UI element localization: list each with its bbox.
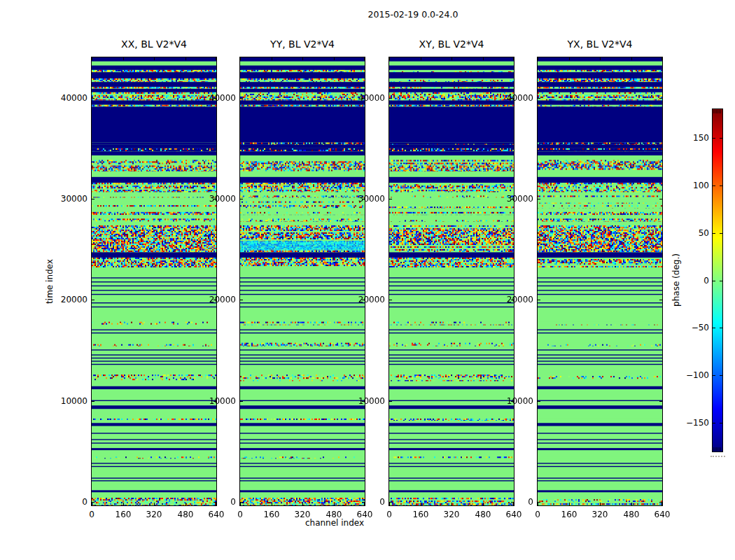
y-tick-label: 20000 [501, 294, 533, 305]
y-tick-label: 40000 [204, 92, 236, 104]
figure-title: 2015-02-19 0.0-24.0 [368, 9, 458, 20]
heatmap-canvas-yx [538, 57, 662, 505]
colorbar-tick-mark [720, 186, 722, 186]
heatmap-panel-xx [91, 57, 217, 506]
x-tick-label: 160 [554, 509, 584, 520]
y-tick-label: 20000 [353, 294, 385, 305]
x-tick-label: 0 [374, 509, 405, 520]
colorbar-tick-mark [720, 375, 722, 376]
x-tick-label: 0 [225, 509, 255, 520]
colorbar-tick-mark [713, 423, 715, 424]
y-tick-label: 30000 [501, 193, 533, 204]
colorbar-tick-mark [713, 375, 715, 376]
colorbar-tick-mark [713, 138, 715, 139]
y-tick-label: 20000 [204, 294, 236, 305]
panel-title-yx: YX, BL V2*V4 [537, 38, 663, 50]
colorbar-dotted-line [710, 456, 725, 457]
heatmap-panel-yy [239, 57, 365, 506]
colorbar-tick-mark [713, 328, 715, 328]
colorbar-tick-mark [713, 186, 715, 186]
colorbar-bottom-hatch-icon [713, 447, 721, 451]
colorbar-tick-label: −50 [679, 322, 709, 333]
x-tick-label: 480 [616, 509, 647, 520]
y-tick-label: 10000 [55, 396, 88, 407]
heatmap-canvas-yy [240, 57, 365, 505]
colorbar-tick-mark [713, 233, 715, 234]
y-tick-label: 0 [501, 496, 533, 507]
x-tick-label: 160 [256, 509, 287, 520]
heatmap-panel-yx [537, 57, 663, 506]
y-tick-label: 0 [353, 496, 385, 507]
y-axis-label: time index [45, 259, 55, 304]
colorbar-tick-label: −150 [679, 417, 709, 428]
x-tick-label: 0 [76, 509, 107, 520]
x-tick-label: 320 [287, 509, 318, 520]
heatmap-panel-xy [388, 57, 514, 506]
colorbar-tick-mark [720, 328, 722, 328]
x-tick-label: 480 [318, 509, 349, 520]
x-tick-label: 320 [436, 509, 467, 520]
y-tick-label: 10000 [501, 396, 533, 407]
x-tick-label: 320 [139, 509, 169, 520]
x-tick-label: 480 [468, 509, 498, 520]
colorbar-tick-mark [713, 281, 715, 281]
colorbar-tick-mark [720, 233, 722, 234]
x-tick-label: 640 [647, 509, 678, 520]
x-tick-label: 160 [405, 509, 436, 520]
colorbar-tick-mark [720, 423, 722, 424]
panel-title-xx: XX, BL V2*V4 [91, 38, 217, 50]
y-tick-label: 0 [55, 496, 88, 507]
y-tick-label: 40000 [353, 92, 385, 104]
y-tick-label: 10000 [204, 396, 236, 407]
colorbar-tick-label: 150 [679, 132, 709, 144]
y-tick-label: 30000 [204, 193, 236, 204]
colorbar-top-hatch-icon [713, 110, 721, 113]
x-tick-label: 0 [522, 509, 553, 520]
x-tick-label: 320 [584, 509, 615, 520]
colorbar-tick-label: 0 [679, 275, 709, 286]
y-tick-label: 10000 [353, 396, 385, 407]
y-tick-label: 40000 [501, 92, 533, 104]
x-tick-label: 480 [170, 509, 201, 520]
panel-title-xy: XY, BL V2*V4 [388, 38, 514, 50]
x-tick-label: 160 [108, 509, 139, 520]
figure: 2015-02-19 0.0-24.0 time index channel i… [0, 0, 735, 560]
y-tick-label: 30000 [353, 193, 385, 204]
y-tick-label: 40000 [55, 92, 88, 104]
heatmap-canvas-xx [92, 57, 216, 505]
y-tick-label: 0 [204, 496, 236, 507]
heatmap-canvas-xy [389, 57, 514, 505]
y-tick-label: 30000 [55, 193, 88, 204]
colorbar-tick-mark [720, 138, 722, 139]
colorbar-tick-label: 100 [679, 180, 709, 191]
colorbar-tick-mark [720, 281, 722, 281]
panel-title-yy: YY, BL V2*V4 [239, 38, 365, 50]
colorbar-tick-label: 50 [679, 227, 709, 239]
colorbar-tick-label: −100 [679, 370, 709, 381]
y-tick-label: 20000 [55, 294, 88, 305]
